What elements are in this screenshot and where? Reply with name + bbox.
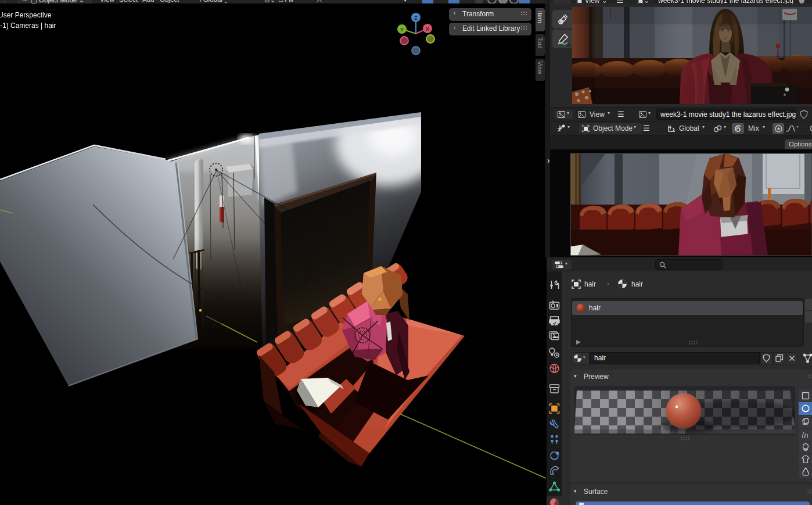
svg-text:Y: Y [400, 27, 404, 33]
svg-text:X: X [426, 26, 429, 32]
svg-text:Z: Z [414, 15, 418, 21]
